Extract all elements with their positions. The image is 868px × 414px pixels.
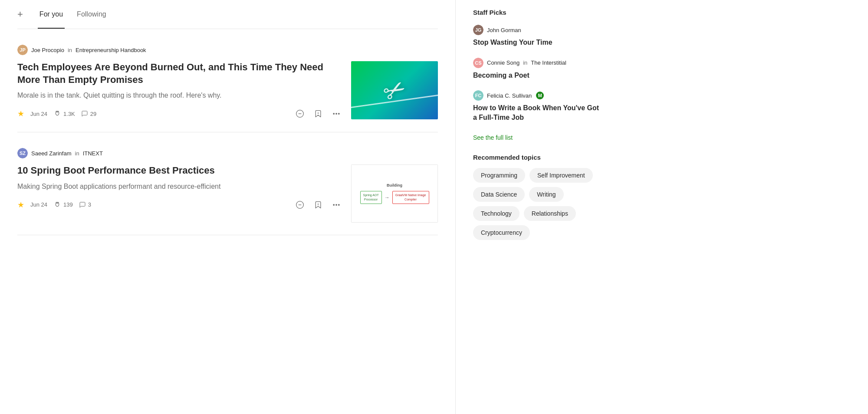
member-badge-icon: M: [536, 92, 544, 99]
avatar-placeholder-2: SZ: [17, 148, 28, 158]
page-layout: + For you Following JP Joe Procopio in E…: [0, 0, 868, 414]
save-button-1[interactable]: [312, 108, 324, 120]
pick-author-2[interactable]: Connie Song: [487, 59, 519, 66]
bookmark-icon-2: [314, 200, 322, 209]
article-meta-2: SZ Saeed Zarinfam in ITNEXT: [17, 148, 438, 158]
claps-number-1: 1.3K: [63, 111, 75, 117]
minus-button-2[interactable]: [294, 199, 306, 211]
topic-technology[interactable]: Technology: [473, 206, 519, 221]
pick-author-3[interactable]: Felicia C. Sullivan: [487, 92, 532, 99]
article-thumbnail-1: ✂: [351, 61, 438, 119]
article-text-1: Tech Employees Are Beyond Burned Out, an…: [17, 61, 342, 120]
topic-cryptocurrency[interactable]: Cryptocurrency: [473, 225, 530, 240]
article-meta-1: JP Joe Procopio in Entrepreneurship Hand…: [17, 45, 438, 55]
claps-icon-1: [53, 110, 61, 118]
article-date-1: Jun 24: [30, 111, 47, 117]
staff-pick-3: FC Felicia C. Sullivan M How to Write a …: [473, 90, 603, 122]
article-body-2: 10 Spring Boot Performance Best Practice…: [17, 164, 438, 223]
thumb2-title: Building: [387, 183, 402, 187]
in-text-2: in: [75, 150, 79, 157]
pick-meta-1: JG John Gorman: [473, 25, 603, 35]
publication-name-1[interactable]: Entrepreneurship Handbook: [76, 47, 146, 53]
article-subtitle-2: Making Spring Boot applications performa…: [17, 181, 342, 192]
claps-count-2: 139: [53, 201, 73, 209]
svg-point-3: [333, 113, 335, 115]
article-footer-1: ★ Jun 24 1.3K 29: [17, 108, 342, 120]
staff-pick-1: JG John Gorman Stop Wasting Your Time: [473, 25, 603, 47]
bookmark-icon-1: [314, 109, 322, 118]
save-button-2[interactable]: [312, 199, 324, 211]
tab-for-you[interactable]: For you: [38, 1, 65, 29]
topic-self-improvement[interactable]: Self Improvement: [529, 168, 593, 183]
svg-point-5: [339, 113, 340, 115]
comments-count-2: 3: [79, 201, 91, 208]
avatar-joe-procopio: JP: [17, 45, 28, 55]
svg-point-10: [336, 204, 337, 206]
more-icon-1: [332, 109, 341, 118]
see-full-list-link[interactable]: See the full list: [473, 134, 513, 141]
minus-button-1[interactable]: [294, 108, 306, 120]
article-text-2: 10 Spring Boot Performance Best Practice…: [17, 164, 342, 211]
topics-grid: Programming Self Improvement Data Scienc…: [473, 168, 603, 240]
svg-point-9: [333, 204, 335, 206]
topic-writing[interactable]: Writing: [529, 187, 563, 202]
svg-point-4: [336, 113, 337, 115]
pick-meta-2: CS Connie Song in The Interstitial: [473, 58, 603, 68]
article-body-1: Tech Employees Are Beyond Burned Out, an…: [17, 61, 438, 120]
article-footer-2: ★ Jun 24 139 3: [17, 199, 342, 211]
thumb1-visual: ✂: [351, 61, 438, 119]
comments-count-1: 29: [81, 110, 96, 117]
pick-publication-2[interactable]: The Interstitial: [531, 59, 566, 66]
pick-meta-3: FC Felicia C. Sullivan M: [473, 90, 603, 101]
staff-pick-2: CS Connie Song in The Interstitial Becom…: [473, 58, 603, 80]
article-title-2[interactable]: 10 Spring Boot Performance Best Practice…: [17, 164, 342, 177]
avatar-john-gorman: JG: [473, 25, 483, 35]
pick-in-2: in: [523, 59, 527, 66]
pick-title-2[interactable]: Becoming a Poet: [473, 71, 603, 80]
topic-data-science[interactable]: Data Science: [473, 187, 525, 202]
claps-count-1: 1.3K: [53, 110, 75, 118]
add-topic-button[interactable]: +: [17, 0, 27, 29]
thumb2-visual: Building Spring AOTProcessor → GraalVM N…: [351, 164, 438, 223]
claps-icon-2: [53, 201, 61, 209]
svg-point-11: [339, 204, 340, 206]
avatar-placeholder: JP: [17, 45, 28, 55]
recommended-topics-title: Recommended topics: [473, 154, 603, 161]
comments-icon-2: [79, 201, 86, 208]
thumb2-box-aot: Spring AOTProcessor: [360, 191, 382, 204]
comments-number-1: 29: [90, 111, 96, 117]
thumb2-boxes: Spring AOTProcessor → GraalVM Native Ima…: [360, 191, 429, 204]
tab-following[interactable]: Following: [75, 1, 108, 29]
avatar-felicia-sullivan: FC: [473, 90, 483, 101]
article-date-2: Jun 24: [30, 201, 47, 208]
avatar-placeholder-pick3: FC: [473, 90, 483, 101]
more-icon-2: [332, 200, 341, 209]
publication-name-2[interactable]: ITNEXT: [83, 150, 103, 157]
author-name-2[interactable]: Saeed Zarinfam: [31, 150, 72, 157]
avatar-placeholder-pick1: JG: [473, 25, 483, 35]
avatar-placeholder-pick2: CS: [473, 58, 483, 68]
author-name-1[interactable]: Joe Procopio: [31, 47, 64, 53]
avatar-saeed-zarinfam: SZ: [17, 148, 28, 158]
pick-title-3[interactable]: How to Write a Book When You've Got a Fu…: [473, 103, 603, 122]
topic-programming[interactable]: Programming: [473, 168, 525, 183]
main-content: + For you Following JP Joe Procopio in E…: [0, 0, 456, 414]
article-card-2: SZ Saeed Zarinfam in ITNEXT 10 Spring Bo…: [17, 132, 438, 235]
more-button-1[interactable]: [330, 108, 342, 120]
article-title-1[interactable]: Tech Employees Are Beyond Burned Out, an…: [17, 61, 342, 86]
topic-relationships[interactable]: Relationships: [524, 206, 576, 221]
claps-number-2: 139: [63, 201, 73, 208]
more-button-2[interactable]: [330, 199, 342, 211]
article-card-1: JP Joe Procopio in Entrepreneurship Hand…: [17, 29, 438, 132]
pick-author-1[interactable]: John Gorman: [487, 27, 521, 33]
thumb2-box-graalvm: GraalVM Native ImageCompiler: [392, 191, 429, 204]
nav-tabs: + For you Following: [17, 0, 438, 29]
thumb2-arrow: →: [385, 191, 390, 204]
in-text-1: in: [68, 47, 72, 53]
article-subtitle-1: Morale is in the tank. Quiet quitting is…: [17, 90, 342, 101]
star-icon-1: ★: [17, 109, 24, 118]
pick-title-1[interactable]: Stop Wasting Your Time: [473, 38, 603, 47]
staff-picks-title: Staff Picks: [473, 9, 603, 16]
article-thumbnail-2: Building Spring AOTProcessor → GraalVM N…: [351, 164, 438, 223]
minus-icon-1: [296, 109, 304, 118]
